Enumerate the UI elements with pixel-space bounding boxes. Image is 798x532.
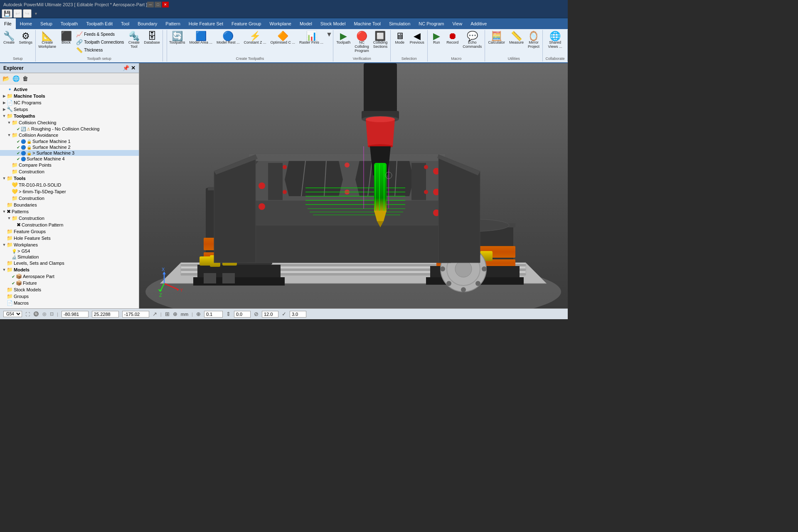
explorer-close-button[interactable]: ✕: [131, 65, 135, 71]
tree-fixture[interactable]: ✔ 📦 Fixture: [0, 280, 139, 286]
tree-surface-machine-2[interactable]: ✔ 🔵 🔒 Surface Machine 2: [0, 144, 139, 150]
explorer-pin-button[interactable]: 📌: [123, 65, 129, 71]
menu-setup[interactable]: Setup: [36, 18, 57, 29]
tree-construction-pattern[interactable]: ✖ Construction Pattern: [0, 222, 139, 228]
calculator-button[interactable]: 🧮 Calculator: [486, 31, 507, 46]
run-button[interactable]: ▶ Run: [429, 31, 444, 46]
close-button[interactable]: ✕: [162, 2, 169, 7]
tree-surface-machine-1[interactable]: ✔ 🔵 🔒 Surface Machine 1: [0, 138, 139, 144]
diameter-input[interactable]: [262, 311, 278, 318]
menu-hole-feature-set[interactable]: Hole Feature Set: [185, 18, 227, 29]
menu-machine-tool[interactable]: Machine Tool: [350, 18, 385, 29]
maximize-button[interactable]: □: [155, 2, 161, 7]
tree-simulation-wp[interactable]: 🔬 Simulation: [0, 254, 139, 260]
settings-button[interactable]: ⚙ Settings: [17, 31, 34, 46]
feeds-speeds-button[interactable]: 📈 Feeds & Speeds: [74, 31, 126, 38]
delete-button[interactable]: 🗑: [22, 74, 29, 83]
menu-pattern[interactable]: Pattern: [161, 18, 184, 29]
tree-feature-groups[interactable]: 📁 Feature Groups: [0, 228, 139, 235]
tree-active[interactable]: 🔹 Active: [0, 86, 139, 93]
tree-tool-tr-d10[interactable]: 💛 TR-D10-R1.0-SOLID: [0, 182, 139, 188]
menu-home[interactable]: Home: [16, 18, 36, 29]
model-area-button[interactable]: 🟦 Model Area ...: [187, 31, 214, 46]
previous-button[interactable]: ◀ Previous: [408, 31, 426, 46]
expand-all-button[interactable]: 📂: [2, 74, 10, 83]
menu-toolpath-edit[interactable]: Toolpath Edit: [82, 18, 117, 29]
colliding-sections-button[interactable]: 🔲 CollidingSections: [372, 31, 389, 50]
coord-z-input[interactable]: [122, 311, 149, 318]
measure-button[interactable]: 📏 Measure: [507, 31, 525, 46]
tree-collision-checking[interactable]: ▼ 📁 Collision Checking: [0, 119, 139, 126]
tree-models[interactable]: ▼ 📁 Models: [0, 266, 139, 273]
tree-workplanes[interactable]: ▼ 📁 Workplanes: [0, 241, 139, 248]
tree-construction-toolpaths[interactable]: 📁 Construction: [0, 168, 139, 175]
menu-tool[interactable]: Tool: [117, 18, 133, 29]
nc-colliding-program-button[interactable]: 🔴 NCCollidingProgram: [353, 31, 371, 54]
tree-boundaries[interactable]: 📁 Boundaries: [0, 202, 139, 208]
model-rest-button[interactable]: 🔵 Model Rest ...: [215, 31, 241, 46]
create-tool-button[interactable]: 🔩 CreateTool: [126, 31, 141, 50]
menu-toolpath[interactable]: Toolpath: [57, 18, 82, 29]
qa-undo[interactable]: ↩: [13, 9, 22, 18]
tree-toolpaths[interactable]: ▼ 📁 Toolpaths: [0, 113, 139, 119]
tree-patterns[interactable]: ▼ ✖ Patterns: [0, 208, 139, 215]
coord-x-input[interactable]: [62, 311, 89, 318]
thickness-button[interactable]: 📏 Thickness: [74, 47, 126, 54]
menu-boundary[interactable]: Boundary: [133, 18, 161, 29]
toolpath-connections-button[interactable]: 🔗 Toolpath Connections: [74, 39, 126, 46]
tree-tools[interactable]: ▼ 📁 Tools: [0, 175, 139, 182]
tip-radius-input[interactable]: [290, 311, 306, 318]
tree-roughing[interactable]: ✔ 🔄 ⚠ Roughing - No Collision Checking: [0, 126, 139, 132]
create-workplane-button[interactable]: 📐 CreateWorkplane: [37, 31, 58, 50]
database-button[interactable]: 🗄 Database: [142, 31, 162, 46]
qa-redo[interactable]: ↪: [23, 9, 32, 18]
tree-g54[interactable]: 💡 > G54: [0, 248, 139, 254]
tree-aerospace-part[interactable]: ✔ 📦 Aerospace Part: [0, 273, 139, 280]
tree-surface-machine-3[interactable]: ✔ 🔵 🔒 > Surface Machine 3: [0, 150, 139, 156]
menu-workplane[interactable]: Workplane: [265, 18, 295, 29]
menu-view[interactable]: View: [448, 18, 466, 29]
tree-stock-models[interactable]: 📁 Stock Models: [0, 286, 139, 293]
create-toolpaths-more[interactable]: ▼: [326, 31, 332, 38]
tree-hole-feature-sets[interactable]: 📁 Hole Feature Sets: [0, 235, 139, 241]
tree-levels-sets-clamps[interactable]: 📁 Levels, Sets and Clamps: [0, 260, 139, 266]
shared-views-button[interactable]: 🌐 SharedViews ...: [547, 31, 564, 50]
minimize-button[interactable]: ─: [147, 2, 154, 7]
qa-save[interactable]: 💾: [2, 9, 12, 18]
menu-file[interactable]: File: [0, 18, 16, 29]
new-folder-button[interactable]: 🌐: [12, 74, 20, 83]
menu-stock-model[interactable]: Stock Model: [316, 18, 350, 29]
tree-collision-avoidance[interactable]: ▼ 📁 Collision Avoidance: [0, 132, 139, 138]
record-button[interactable]: ⏺ Record: [445, 31, 460, 46]
tree-compare-points[interactable]: 📁 Compare Points: [0, 162, 139, 168]
tree-construction-patterns[interactable]: ▼ 📁 Construction: [0, 215, 139, 222]
tree-machine-tools[interactable]: ▶ 📁 Machine Tools: [0, 93, 139, 99]
mode-button[interactable]: 🖥 Mode: [392, 31, 407, 46]
coord-y-input[interactable]: [92, 311, 119, 318]
tree-macros[interactable]: 📄 Macros: [0, 300, 139, 306]
menu-additive[interactable]: Additive: [466, 18, 491, 29]
echo-commands-button[interactable]: 💬 EchoCommands: [461, 31, 483, 50]
tree-nc-programs[interactable]: ▶ 📄 NC Programs: [0, 99, 139, 106]
menu-nc-program[interactable]: NC Program: [414, 18, 448, 29]
thickness-input[interactable]: [234, 311, 251, 318]
mirror-project-button[interactable]: 🪞 MirrorProject: [526, 31, 541, 50]
block-button[interactable]: ⬛ Block: [59, 31, 74, 46]
tree-surface-machine-4[interactable]: ✔ 🔵 Surface Machine 4: [0, 156, 139, 162]
tree-setups[interactable]: ▶ 🔧 Setups: [0, 106, 139, 113]
viewport[interactable]: Y Z X: [139, 63, 568, 308]
workplane-select[interactable]: G54: [3, 311, 22, 317]
toolpaths-button[interactable]: 🔄 Toolpaths: [167, 31, 187, 46]
tolerance-input[interactable]: [204, 311, 223, 318]
tree-groups[interactable]: 📁 Groups: [0, 293, 139, 300]
optimised-c-button[interactable]: 🔶 Optimised C ...: [269, 31, 297, 46]
menu-simulation[interactable]: Simulation: [385, 18, 414, 29]
create-button[interactable]: 🔧 Create: [1, 31, 16, 46]
tree-tool-6mm[interactable]: 💛 > 6mm-Tip-5Deg-Taper: [0, 188, 139, 195]
toolpath-verify-button[interactable]: ▶ Toolpath: [335, 31, 352, 46]
menu-feature-group[interactable]: Feature Group: [227, 18, 266, 29]
constant-z-button[interactable]: ⚡ Constant Z ...: [242, 31, 268, 46]
raster-finish-button[interactable]: 📊 Raster Finis ...: [298, 31, 325, 46]
tree-construction-tools[interactable]: 📁 Construction: [0, 195, 139, 202]
menu-model[interactable]: Model: [296, 18, 316, 29]
